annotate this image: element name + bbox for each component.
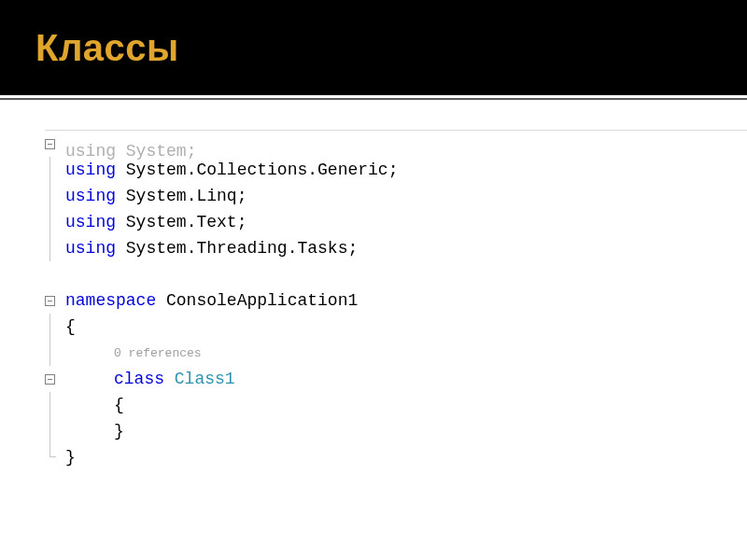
code-block: using System; using System.Collections.G… bbox=[45, 130, 747, 470]
slide-header: Классы bbox=[0, 0, 747, 98]
code-line: using System.Collections.Generic; bbox=[45, 157, 747, 183]
code-text: using System.Collections.Generic; bbox=[65, 161, 398, 179]
outline-guide bbox=[49, 183, 55, 209]
code-text: using System; bbox=[65, 142, 196, 161]
code-text: using System.Linq; bbox=[65, 187, 247, 205]
code-line: class Class1 bbox=[45, 366, 747, 392]
code-line: { bbox=[45, 314, 747, 340]
outline-guide bbox=[49, 157, 55, 183]
code-line bbox=[45, 261, 747, 287]
code-text bbox=[65, 265, 76, 284]
code-line: { bbox=[45, 392, 747, 418]
code-area: using System; using System.Collections.G… bbox=[0, 100, 747, 470]
fold-minus-icon bbox=[45, 139, 55, 149]
code-line: } bbox=[45, 418, 747, 444]
code-text: { bbox=[65, 317, 76, 336]
outline-guide bbox=[49, 314, 55, 340]
code-text: namespace ConsoleApplication1 bbox=[65, 291, 358, 310]
code-text: } bbox=[65, 422, 124, 441]
code-text: using System.Text; bbox=[65, 213, 247, 231]
outline-end bbox=[49, 444, 56, 457]
code-line: using System.Threading.Tasks; bbox=[45, 235, 747, 261]
code-line: 0 references bbox=[45, 340, 747, 366]
outline-guide bbox=[49, 418, 55, 444]
fold-minus-icon bbox=[45, 296, 55, 306]
slide: Классы using System; using System.Collec… bbox=[0, 0, 747, 560]
outline-guide bbox=[49, 392, 55, 418]
code-line: using System.Text; bbox=[45, 209, 747, 235]
code-text: } bbox=[65, 448, 76, 467]
code-text: { bbox=[65, 396, 124, 414]
codelens-references: 0 references bbox=[65, 346, 202, 360]
code-text: class Class1 bbox=[65, 370, 235, 388]
outline-guide bbox=[49, 340, 55, 366]
code-line: namespace ConsoleApplication1 bbox=[45, 287, 747, 314]
code-line: } bbox=[45, 444, 747, 470]
code-text: using System.Threading.Tasks; bbox=[65, 239, 358, 258]
fold-minus-icon bbox=[45, 374, 55, 385]
slide-title: Классы bbox=[35, 27, 179, 69]
code-line: using System; bbox=[45, 131, 747, 157]
code-line: using System.Linq; bbox=[45, 183, 747, 209]
outline-guide bbox=[49, 209, 55, 235]
outline-guide bbox=[49, 235, 55, 261]
